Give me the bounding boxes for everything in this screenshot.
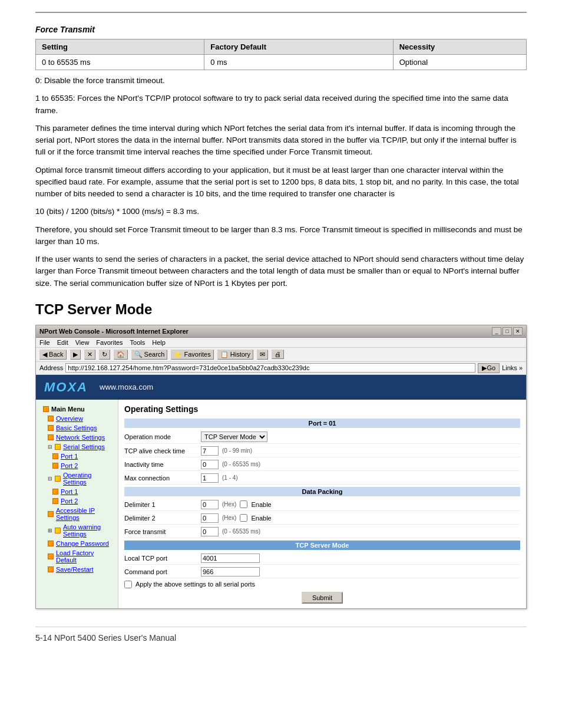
settings-row-delimiter2: Delimiter 2 (Hex) Enable <box>124 512 520 525</box>
sidebar-item-auto-warning[interactable]: ⊞ Auto warning Settings <box>36 522 118 539</box>
links-label: Links » <box>502 364 523 371</box>
tcp-server-mode-bar: TCP Server Mode <box>124 541 520 550</box>
main-settings-area: Operating Settings Port = 01 Operation m… <box>118 400 526 608</box>
sidebar-icon-basic <box>48 425 54 431</box>
sidebar-icon-save <box>48 566 54 572</box>
note-3: Optimal force transmit timeout differs a… <box>35 164 527 200</box>
sidebar-item-network-settings[interactable]: Network Settings <box>36 433 118 442</box>
sidebar-item-serial-port2[interactable]: Port 2 <box>36 461 118 470</box>
apply-all-row: Apply the above settings to all serial p… <box>124 581 520 588</box>
sidebar-icon-operating: ⊟ <box>48 476 52 482</box>
sidebar-icon-passwd <box>48 541 54 546</box>
tcp-alive-input[interactable] <box>201 446 219 456</box>
operation-mode-select[interactable]: TCP Server Mode <box>201 431 267 442</box>
table-row: 0 to 65535 ms 0 ms Optional <box>36 55 527 70</box>
refresh-button[interactable]: ↻ <box>99 350 110 360</box>
delimiter1-enable-checkbox[interactable] <box>240 500 247 508</box>
note-1: 1 to 65535: Forces the NPort's TCP/IP pr… <box>35 93 527 117</box>
sidebar-icon-accessible <box>48 511 54 517</box>
home-button[interactable]: 🏠 <box>114 350 128 360</box>
sidebar-save-restart-label: Save/Restart <box>56 566 94 573</box>
value-inactivity: (0 - 65535 ms) <box>201 460 520 469</box>
note-0: 0: Disable the force transmit timeout. <box>35 75 527 87</box>
sidebar-item-change-password[interactable]: Change Password <box>36 539 118 548</box>
cell-factory-default: 0 ms <box>204 55 393 70</box>
delimiter1-input[interactable] <box>201 500 219 509</box>
value-force-transmit: (0 - 65535 ms) <box>201 527 520 536</box>
history-button[interactable]: 📋 History <box>217 350 253 360</box>
sidebar-item-operating-port2[interactable]: Port 2 <box>36 496 118 506</box>
delimiter2-enable-checkbox[interactable] <box>240 514 247 522</box>
label-operation-mode: Operation mode <box>124 433 201 440</box>
apply-all-checkbox[interactable] <box>124 581 132 588</box>
sidebar-icon-op-p1 <box>52 489 58 495</box>
favorites-button[interactable]: ⭐ Favorites <box>171 350 213 360</box>
menu-tools[interactable]: Tools <box>130 339 146 346</box>
stop-button[interactable]: ✕ <box>84 350 95 360</box>
sidebar-overview-label: Overview <box>56 415 83 422</box>
sidebar-item-operating-port1[interactable]: Port 1 <box>36 487 118 496</box>
sidebar-item-operating-settings[interactable]: ⊟ Operating Settings <box>36 470 118 487</box>
sidebar-item-load-factory[interactable]: Load Factory Default <box>36 548 118 565</box>
sidebar-item-serial-settings[interactable]: ⊟ Serial Settings <box>36 442 118 452</box>
minimize-button[interactable]: _ <box>492 327 501 335</box>
sidebar-icon-op-p2 <box>52 498 58 504</box>
menu-file[interactable]: File <box>39 339 50 346</box>
address-label: Address <box>39 364 63 371</box>
back-button[interactable]: ◀ Back <box>39 350 67 360</box>
search-button[interactable]: 🔍 Search <box>131 350 168 360</box>
cell-setting: 0 to 65535 ms <box>36 55 204 70</box>
force-transmit-input[interactable] <box>201 527 219 536</box>
label-delimiter1: Delimiter 1 <box>124 501 201 508</box>
col-header-necessity: Necessity <box>393 39 526 55</box>
delimiter2-input[interactable] <box>201 513 219 523</box>
browser-body: MOXA www.moxa.com Main Menu Overview <box>36 375 526 608</box>
address-input[interactable] <box>65 363 475 373</box>
sidebar-item-save-restart[interactable]: Save/Restart <box>36 565 118 574</box>
menu-help[interactable]: Help <box>152 339 166 346</box>
mail-button[interactable]: ✉ <box>257 350 268 360</box>
sidebar-item-overview[interactable]: Overview <box>36 414 118 423</box>
command-port-input[interactable] <box>201 567 260 577</box>
menu-favorites[interactable]: Favorites <box>96 339 123 346</box>
close-button[interactable]: ✕ <box>513 327 523 335</box>
top-border <box>35 12 527 13</box>
delimiter2-range: (Hex) <box>222 515 236 521</box>
sidebar-icon-operating-folder <box>55 476 61 482</box>
go-button[interactable]: ▶Go <box>478 363 500 373</box>
label-inactivity: Inactivity time <box>124 461 201 468</box>
force-transmit-title: Force Transmit <box>35 25 527 34</box>
inactivity-input[interactable] <box>201 460 219 469</box>
note-6: If the user wants to send the series of … <box>35 253 527 289</box>
menu-edit[interactable]: Edit <box>57 339 68 346</box>
browser-menubar: File Edit View Favorites Tools Help <box>36 338 526 348</box>
footer: 5-14 NPort 5400 Series User's Manual <box>35 627 527 643</box>
browser-content-area: Main Menu Overview Basic Settings Networ… <box>36 400 526 608</box>
sidebar-item-serial-port1[interactable]: Port 1 <box>36 452 118 461</box>
maximize-button[interactable]: □ <box>503 327 512 335</box>
settings-row-force-transmit: Force transmit (0 - 65535 ms) <box>124 526 520 538</box>
value-command-port <box>201 567 520 577</box>
note-2: This parameter defines the time interval… <box>35 123 527 159</box>
browser-titlebar: NPort Web Console - Microsoft Internet E… <box>36 325 526 338</box>
menu-view[interactable]: View <box>75 339 90 346</box>
sidebar-item-accessible-ip[interactable]: Accessible IP Settings <box>36 506 118 522</box>
browser-controls[interactable]: _ □ ✕ <box>492 327 523 335</box>
sidebar-operating-settings-label: Operating Settings <box>63 472 113 486</box>
settings-row-operation-mode: Operation mode TCP Server Mode <box>124 430 520 444</box>
print-button[interactable]: 🖨 <box>272 350 284 359</box>
submit-button[interactable]: Submit <box>302 592 343 604</box>
force-transmit-range: (0 - 65535 ms) <box>222 528 260 535</box>
local-tcp-port-input[interactable] <box>201 554 260 563</box>
sidebar-item-basic-settings[interactable]: Basic Settings <box>36 423 118 433</box>
forward-button[interactable]: ▶ <box>70 350 81 360</box>
value-local-tcp-port <box>201 554 520 563</box>
label-command-port: Command port <box>124 568 201 575</box>
col-header-setting: Setting <box>36 39 204 55</box>
max-connection-input[interactable] <box>201 473 219 483</box>
browser-addressbar: Address ▶Go Links » <box>36 362 526 375</box>
note-4: 10 (bits) / 1200 (bits/s) * 1000 (ms/s) … <box>35 206 527 218</box>
sidebar-icon-serial-p2 <box>52 463 58 469</box>
sidebar-icon-serial-folder <box>55 444 61 450</box>
label-local-tcp-port: Local TCP port <box>124 555 201 562</box>
